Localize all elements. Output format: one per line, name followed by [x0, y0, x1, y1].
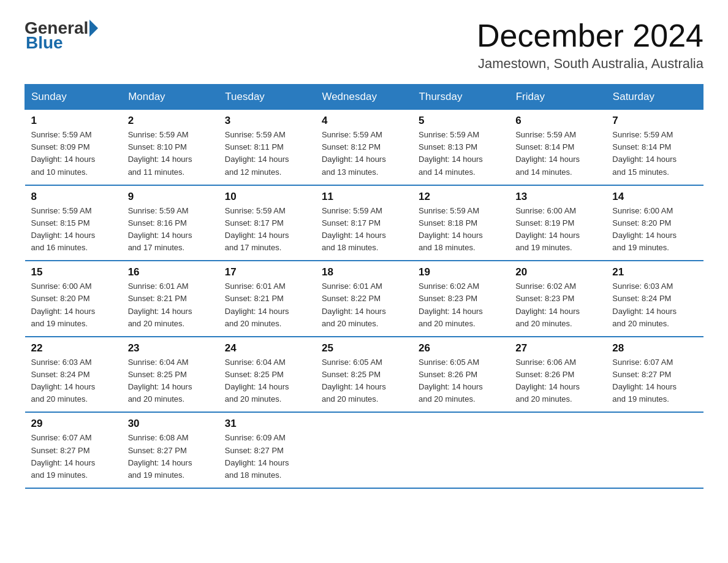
day-info: Sunrise: 6:00 AM Sunset: 8:19 PM Dayligh…: [515, 205, 600, 255]
logo-arrow-icon: [89, 20, 98, 37]
day-info: Sunrise: 6:04 AM Sunset: 8:25 PM Dayligh…: [128, 356, 213, 406]
calendar-cell: 17 Sunrise: 6:01 AM Sunset: 8:21 PM Dayl…: [219, 261, 316, 337]
calendar-cell: [412, 412, 509, 488]
day-number: 16: [128, 266, 213, 278]
title-section: December 2024 Jamestown, South Australia…: [477, 18, 703, 72]
week-row-2: 8 Sunrise: 5:59 AM Sunset: 8:15 PM Dayli…: [25, 185, 703, 261]
day-number: 7: [612, 115, 697, 127]
calendar-cell: 10 Sunrise: 5:59 AM Sunset: 8:17 PM Dayl…: [219, 185, 316, 261]
day-info: Sunrise: 6:01 AM Sunset: 8:21 PM Dayligh…: [128, 280, 213, 330]
calendar-cell: 5 Sunrise: 5:59 AM Sunset: 8:13 PM Dayli…: [412, 110, 509, 185]
day-number: 3: [225, 115, 309, 127]
day-number: 5: [419, 115, 503, 127]
day-info: Sunrise: 6:00 AM Sunset: 8:20 PM Dayligh…: [31, 280, 116, 330]
day-info: Sunrise: 6:00 AM Sunset: 8:20 PM Dayligh…: [612, 205, 697, 255]
day-number: 24: [225, 342, 309, 354]
calendar-cell: 11 Sunrise: 5:59 AM Sunset: 8:17 PM Dayl…: [316, 185, 412, 261]
day-number: 8: [31, 191, 116, 203]
day-info: Sunrise: 6:02 AM Sunset: 8:23 PM Dayligh…: [515, 280, 600, 330]
day-info: Sunrise: 6:03 AM Sunset: 8:24 PM Dayligh…: [612, 280, 697, 330]
day-info: Sunrise: 5:59 AM Sunset: 8:17 PM Dayligh…: [322, 205, 406, 255]
calendar-cell: [509, 412, 606, 488]
day-info: Sunrise: 6:05 AM Sunset: 8:26 PM Dayligh…: [419, 356, 503, 406]
calendar-cell: 23 Sunrise: 6:04 AM Sunset: 8:25 PM Dayl…: [122, 337, 219, 413]
day-info: Sunrise: 5:59 AM Sunset: 8:12 PM Dayligh…: [322, 129, 406, 178]
day-info: Sunrise: 6:09 AM Sunset: 8:27 PM Dayligh…: [225, 432, 309, 481]
weekday-row: SundayMondayTuesdayWednesdayThursdayFrid…: [25, 85, 703, 110]
day-info: Sunrise: 5:59 AM Sunset: 8:14 PM Dayligh…: [612, 129, 697, 178]
calendar-cell: 28 Sunrise: 6:07 AM Sunset: 8:27 PM Dayl…: [606, 337, 703, 413]
calendar-cell: 24 Sunrise: 6:04 AM Sunset: 8:25 PM Dayl…: [219, 337, 316, 413]
day-info: Sunrise: 6:03 AM Sunset: 8:24 PM Dayligh…: [31, 356, 116, 406]
calendar-cell: 26 Sunrise: 6:05 AM Sunset: 8:26 PM Dayl…: [412, 337, 509, 413]
day-number: 30: [128, 418, 213, 430]
calendar-table: SundayMondayTuesdayWednesdayThursdayFrid…: [25, 84, 703, 489]
day-number: 17: [225, 266, 309, 278]
day-info: Sunrise: 6:01 AM Sunset: 8:21 PM Dayligh…: [225, 280, 309, 330]
day-info: Sunrise: 5:59 AM Sunset: 8:17 PM Dayligh…: [225, 205, 309, 255]
day-number: 11: [322, 191, 406, 203]
day-number: 14: [612, 191, 697, 203]
day-number: 23: [128, 342, 213, 354]
day-info: Sunrise: 5:59 AM Sunset: 8:18 PM Dayligh…: [419, 205, 503, 255]
day-number: 31: [225, 418, 309, 430]
week-row-4: 22 Sunrise: 6:03 AM Sunset: 8:24 PM Dayl…: [25, 337, 703, 413]
calendar-cell: 31 Sunrise: 6:09 AM Sunset: 8:27 PM Dayl…: [219, 412, 316, 488]
day-info: Sunrise: 6:04 AM Sunset: 8:25 PM Dayligh…: [225, 356, 309, 406]
calendar-body: 1 Sunrise: 5:59 AM Sunset: 8:09 PM Dayli…: [25, 110, 703, 488]
calendar-cell: [606, 412, 703, 488]
day-number: 4: [322, 115, 406, 127]
day-number: 25: [322, 342, 406, 354]
calendar-cell: 4 Sunrise: 5:59 AM Sunset: 8:12 PM Dayli…: [316, 110, 412, 185]
calendar-cell: [316, 412, 412, 488]
day-info: Sunrise: 6:05 AM Sunset: 8:25 PM Dayligh…: [322, 356, 406, 406]
day-info: Sunrise: 6:08 AM Sunset: 8:27 PM Dayligh…: [128, 432, 213, 481]
weekday-header-friday: Friday: [509, 85, 606, 110]
week-row-1: 1 Sunrise: 5:59 AM Sunset: 8:09 PM Dayli…: [25, 110, 703, 185]
day-number: 15: [31, 266, 116, 278]
calendar-cell: 25 Sunrise: 6:05 AM Sunset: 8:25 PM Dayl…: [316, 337, 412, 413]
day-number: 22: [31, 342, 116, 354]
calendar-cell: 1 Sunrise: 5:59 AM Sunset: 8:09 PM Dayli…: [25, 110, 122, 185]
calendar-cell: 7 Sunrise: 5:59 AM Sunset: 8:14 PM Dayli…: [606, 110, 703, 185]
logo-blue: Blue: [26, 33, 63, 52]
day-number: 27: [515, 342, 600, 354]
day-number: 28: [612, 342, 697, 354]
day-info: Sunrise: 5:59 AM Sunset: 8:09 PM Dayligh…: [31, 129, 116, 178]
calendar-cell: 30 Sunrise: 6:08 AM Sunset: 8:27 PM Dayl…: [122, 412, 219, 488]
calendar-cell: 16 Sunrise: 6:01 AM Sunset: 8:21 PM Dayl…: [122, 261, 219, 337]
calendar-cell: 27 Sunrise: 6:06 AM Sunset: 8:26 PM Dayl…: [509, 337, 606, 413]
day-info: Sunrise: 5:59 AM Sunset: 8:11 PM Dayligh…: [225, 129, 309, 178]
calendar-cell: 2 Sunrise: 5:59 AM Sunset: 8:10 PM Dayli…: [122, 110, 219, 185]
day-number: 10: [225, 191, 309, 203]
calendar-cell: 18 Sunrise: 6:01 AM Sunset: 8:22 PM Dayl…: [316, 261, 412, 337]
page-header: General Blue December 2024 Jamestown, So…: [25, 18, 703, 72]
day-info: Sunrise: 6:01 AM Sunset: 8:22 PM Dayligh…: [322, 280, 406, 330]
weekday-header-tuesday: Tuesday: [219, 85, 316, 110]
calendar-cell: 19 Sunrise: 6:02 AM Sunset: 8:23 PM Dayl…: [412, 261, 509, 337]
day-info: Sunrise: 6:07 AM Sunset: 8:27 PM Dayligh…: [612, 356, 697, 406]
week-row-3: 15 Sunrise: 6:00 AM Sunset: 8:20 PM Dayl…: [25, 261, 703, 337]
month-title: December 2024: [477, 18, 703, 53]
calendar-cell: 9 Sunrise: 5:59 AM Sunset: 8:16 PM Dayli…: [122, 185, 219, 261]
day-number: 26: [419, 342, 503, 354]
day-number: 9: [128, 191, 213, 203]
calendar-cell: 12 Sunrise: 5:59 AM Sunset: 8:18 PM Dayl…: [412, 185, 509, 261]
calendar-header: SundayMondayTuesdayWednesdayThursdayFrid…: [25, 85, 703, 110]
day-number: 13: [515, 191, 600, 203]
day-info: Sunrise: 5:59 AM Sunset: 8:15 PM Dayligh…: [31, 205, 116, 255]
day-info: Sunrise: 6:07 AM Sunset: 8:27 PM Dayligh…: [31, 432, 116, 481]
calendar-cell: 8 Sunrise: 5:59 AM Sunset: 8:15 PM Dayli…: [25, 185, 122, 261]
logo: General Blue: [25, 18, 99, 53]
calendar-cell: 13 Sunrise: 6:00 AM Sunset: 8:19 PM Dayl…: [509, 185, 606, 261]
calendar-cell: 6 Sunrise: 5:59 AM Sunset: 8:14 PM Dayli…: [509, 110, 606, 185]
calendar-cell: 15 Sunrise: 6:00 AM Sunset: 8:20 PM Dayl…: [25, 261, 122, 337]
weekday-header-sunday: Sunday: [25, 85, 122, 110]
day-number: 6: [515, 115, 600, 127]
day-number: 20: [515, 266, 600, 278]
weekday-header-wednesday: Wednesday: [316, 85, 412, 110]
week-row-5: 29 Sunrise: 6:07 AM Sunset: 8:27 PM Dayl…: [25, 412, 703, 488]
day-info: Sunrise: 5:59 AM Sunset: 8:14 PM Dayligh…: [515, 129, 600, 178]
weekday-header-saturday: Saturday: [606, 85, 703, 110]
day-number: 29: [31, 418, 116, 430]
